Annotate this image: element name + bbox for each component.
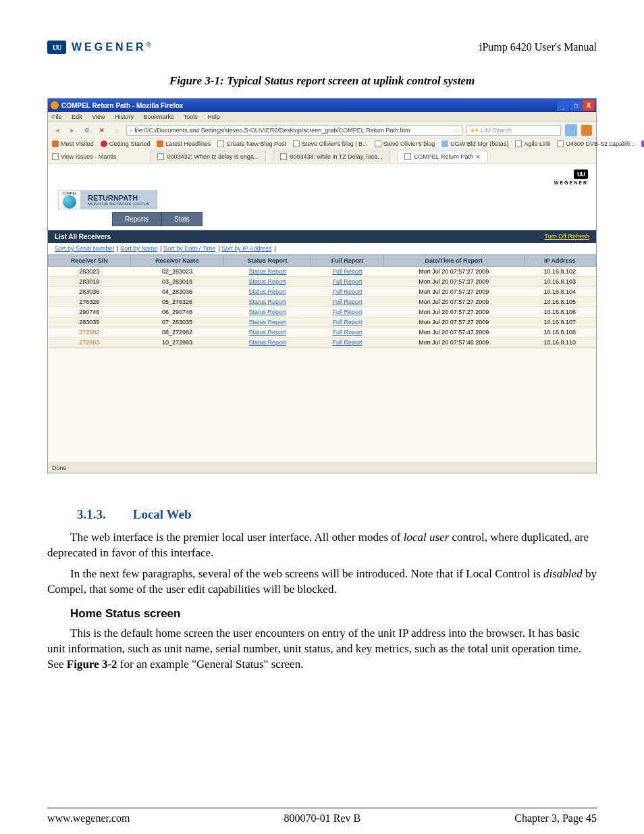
menu-edit[interactable]: Edit <box>72 113 82 120</box>
tab-bar: View Issues - Mantis 0003432: When tz de… <box>48 149 596 164</box>
cell-datetime: Mon Jul 20 07:57:27 2009 <box>384 317 524 328</box>
cell-datetime: Mon Jul 20 07:57:27 2009 <box>384 277 524 287</box>
tab-item-active[interactable]: COMPEL Return Path✕ <box>397 151 488 162</box>
tab-reports[interactable]: Reports <box>112 212 161 226</box>
cell-full: Full Report <box>311 317 383 328</box>
status-report-link[interactable]: Status Report <box>249 278 286 285</box>
sort-ip[interactable]: Sort by IP Address <box>221 245 271 252</box>
bm-most-visited[interactable]: Most Visited <box>52 140 94 147</box>
full-report-link[interactable]: Full Report <box>332 319 362 325</box>
cell-ip: 10.16.8.104 <box>524 287 595 297</box>
doc-icon <box>280 153 287 160</box>
cell-status: Status Report <box>224 297 311 307</box>
cell-datetime: Mon Jul 20 07:57:27 2009 <box>384 307 524 317</box>
wegener-logo: UU WEGENER® <box>47 41 151 54</box>
forward-button[interactable]: ► <box>67 125 78 136</box>
close-button[interactable]: X <box>583 100 595 111</box>
full-report-link[interactable]: Full Report <box>332 268 362 275</box>
full-report-link[interactable]: Full Report <box>332 288 362 295</box>
subheading-home-status: Home Status screen <box>70 607 597 621</box>
blank-area <box>48 348 596 463</box>
menu-tools[interactable]: Tools <box>184 113 198 120</box>
manual-title: iPump 6420 User's Manual <box>479 41 597 53</box>
bm-getting-started[interactable]: Getting Started <box>101 140 151 147</box>
page-icon: ▫ <box>130 127 132 134</box>
footer-left: www.wegener.com <box>47 812 130 825</box>
tab-stats[interactable]: Stats <box>161 212 203 226</box>
search-engine-icon: ★▾ <box>470 127 479 134</box>
cell-datetime: Mon Jul 20 07:57:27 2009 <box>384 297 524 307</box>
turn-off-refresh-link[interactable]: Turn Off Refresh <box>544 233 589 240</box>
bm-ugw[interactable]: UGW Bld Mgr (betas) <box>441 140 508 147</box>
search-go-button[interactable] <box>565 124 577 136</box>
doc-icon <box>375 140 381 147</box>
paragraph-2: In the next few paragraphs, several of t… <box>47 567 597 598</box>
col-datetime: Date/Time of Report <box>384 255 524 267</box>
sort-datetime[interactable]: Sort by Date / Time <box>163 245 215 252</box>
bm-agile[interactable]: Agile Link <box>515 140 550 147</box>
cell-full: Full Report <box>311 307 383 317</box>
sort-serial[interactable]: Sort by Serial Number <box>55 245 115 252</box>
search-placeholder: LIM Search <box>481 127 512 134</box>
tab-left-label[interactable]: View Issues - Mantis <box>52 153 116 160</box>
table-row: 28303507_283035Status ReportFull ReportM… <box>49 317 596 328</box>
full-report-link[interactable]: Full Report <box>332 339 362 346</box>
status-report-link[interactable]: Status Report <box>249 339 286 346</box>
full-report-link[interactable]: Full Report <box>332 329 362 336</box>
cell-name: 03_283018 <box>130 277 224 287</box>
search-box[interactable]: ★▾ LIM Search <box>466 125 561 136</box>
bookmark-star-icon[interactable]: ☆ <box>454 127 459 134</box>
tab-item[interactable]: 0003432: When tz delay is enga... <box>150 151 266 162</box>
bm-latest-headlines[interactable]: Latest Headlines <box>157 140 211 147</box>
full-report-link[interactable]: Full Report <box>332 298 362 305</box>
menu-file[interactable]: File <box>52 113 62 120</box>
full-report-link[interactable]: Full Report <box>332 309 362 315</box>
link-icon <box>441 140 448 147</box>
minimize-button[interactable]: _ <box>557 100 569 111</box>
reload-button[interactable]: C <box>82 125 92 136</box>
status-report-link[interactable]: Status Report <box>249 319 286 325</box>
folder-icon <box>52 140 59 147</box>
home-button[interactable]: ⌂ <box>111 125 122 136</box>
table-row: 27632605_276326Status ReportFull ReportM… <box>49 297 596 307</box>
feed-icon[interactable] <box>581 125 592 136</box>
status-report-link[interactable]: Status Report <box>249 268 286 275</box>
status-report-link[interactable]: Status Report <box>249 309 286 315</box>
menu-history[interactable]: History <box>115 113 134 120</box>
status-report-link[interactable]: Status Report <box>249 329 286 336</box>
cell-status: Status Report <box>224 317 311 328</box>
status-report-link[interactable]: Status Report <box>249 298 286 305</box>
sort-name[interactable]: Sort by Name <box>120 245 157 252</box>
menu-bookmarks[interactable]: Bookmarks <box>143 113 173 120</box>
back-button[interactable]: ◄ <box>52 125 63 136</box>
window-title: COMPEL Return Path - Mozilla Firefox <box>61 102 183 109</box>
bm-steve-blog1[interactable]: Steve Olivier's blog | B... <box>293 140 368 147</box>
col-status: Status Report <box>224 255 311 267</box>
bm-u4600[interactable]: U4600 DVB-S2 capabili... <box>557 140 635 147</box>
url-bar[interactable]: ▫ file:///C:/Documents and Settings/stev… <box>126 125 462 136</box>
bm-create-blog[interactable]: Create New Blog Post <box>217 140 286 147</box>
table-row: 27298310_272983Status ReportFull ReportM… <box>49 338 596 348</box>
paragraph-1: The web interface is the premier local u… <box>47 530 597 561</box>
doc-icon <box>557 140 564 147</box>
menu-help[interactable]: Help <box>207 113 220 120</box>
cell-ip: 10.16.8.106 <box>524 307 595 317</box>
cell-sn: 276326 <box>49 297 131 307</box>
tab-item[interactable]: 0003438: while in TZ Delay, loca... <box>273 151 390 162</box>
cell-name: 07_283035 <box>130 317 224 328</box>
bm-daisy[interactable]: Daisy-- specs <box>641 140 644 147</box>
wegener-badge-icon: UU <box>47 41 66 54</box>
table-row: 28302302_283023Status ReportFull ReportM… <box>49 267 596 277</box>
status-report-link[interactable]: Status Report <box>249 288 286 295</box>
cell-full: Full Report <box>311 287 383 297</box>
menu-view[interactable]: View <box>92 113 105 120</box>
doc-icon <box>157 153 164 160</box>
full-report-link[interactable]: Full Report <box>332 278 362 285</box>
returnpath-header: COMPEL RETURNPATH MONITOR NETWORK STATUS <box>58 190 596 209</box>
menu-bar: File Edit View History Bookmarks Tools H… <box>48 112 596 122</box>
tab-close-icon[interactable]: ✕ <box>476 154 481 160</box>
bm-steve-blog2[interactable]: Steve Olivier's blog <box>375 140 435 147</box>
maximize-button[interactable]: □ <box>570 100 582 111</box>
col-name: Receiver Name <box>130 255 224 267</box>
stop-button[interactable]: ✕ <box>97 125 107 136</box>
